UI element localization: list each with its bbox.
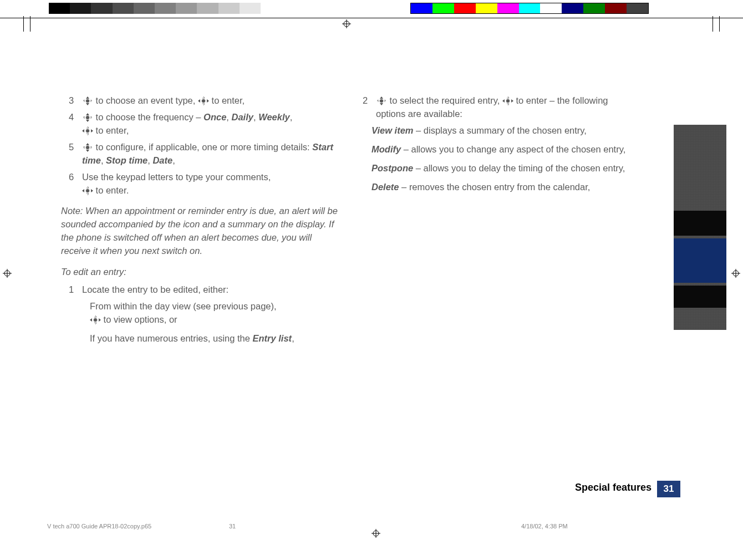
color-strip — [410, 3, 649, 14]
joystick-leftright-icon — [198, 96, 209, 105]
joystick-updown-icon — [82, 96, 93, 105]
side-image-strip — [674, 125, 726, 330]
step-text: to enter, — [209, 95, 245, 105]
section-label: Special features — [575, 482, 652, 493]
step-number: 6 — [69, 171, 77, 197]
note-text: Note: When an appointment or reminder en… — [61, 205, 338, 258]
left-column: 3 to choose an event type, to enter, 4 t… — [61, 94, 338, 351]
grayscale-strip — [49, 3, 282, 14]
right-column: 2 to select the required entry, to enter… — [355, 94, 632, 200]
joystick-leftright-icon — [82, 126, 93, 135]
registration-mark-icon — [372, 529, 380, 538]
step-text: to choose the frequency – — [93, 112, 203, 122]
step-number: 2 — [363, 94, 370, 121]
step-text: to enter, — [93, 125, 129, 135]
step-number: 1 — [69, 283, 77, 297]
step-number: 4 — [69, 111, 77, 138]
print-calibration-bars — [0, 3, 743, 19]
step-text: to enter. — [93, 185, 129, 195]
option-view-item: View item – displays a summary of the ch… — [372, 124, 632, 138]
step-6: 6 Use the keypad letters to type your co… — [69, 171, 338, 197]
step-4: 4 to choose the frequency – Once, Daily,… — [69, 111, 338, 138]
step-number: 5 — [69, 141, 77, 167]
option-postpone: Postpone – allows you to delay the timin… — [372, 162, 632, 175]
option-modify: Modify – allows you to change any aspect… — [372, 143, 632, 156]
joystick-updown-icon — [376, 96, 387, 105]
step-number: 3 — [69, 94, 77, 108]
footer-page: 31 — [229, 523, 236, 530]
joystick-leftright-icon — [82, 186, 93, 195]
edit-entry-heading: To edit an entry: — [61, 266, 338, 279]
step-text: Use the keypad letters to type your comm… — [82, 172, 271, 182]
step-3: 3 to choose an event type, to enter, — [69, 94, 338, 108]
step-5: 5 to configure, if applicable, one or mo… — [69, 141, 338, 167]
footer-datetime: 4/18/02, 4:38 PM — [521, 523, 568, 530]
step-text: Locate the entry to be edited, either: — [82, 283, 338, 297]
registration-mark-icon — [731, 269, 740, 278]
bullet-option: If you have numerous entries, using the … — [90, 332, 338, 345]
step-1: 1 Locate the entry to be edited, either: — [69, 283, 338, 297]
footer-filename: V tech a700 Guide APR18-02copy.p65 — [47, 523, 151, 530]
bullet-option: From within the day view (see previous p… — [90, 300, 338, 327]
joystick-leftright-icon — [90, 315, 101, 324]
step-text: to select the required entry, — [387, 95, 502, 105]
step-text: to configure, if applicable, one or more… — [93, 142, 312, 152]
step-2: 2 to select the required entry, to enter… — [363, 94, 632, 121]
step-text: to choose an event type, — [93, 95, 198, 105]
option-delete: Delete – removes the chosen entry from t… — [372, 181, 632, 194]
joystick-leftright-icon — [502, 96, 513, 105]
joystick-updown-icon — [82, 113, 93, 122]
joystick-updown-icon — [82, 143, 93, 152]
registration-mark-icon — [342, 19, 351, 28]
page-number-box: 31 — [657, 481, 680, 497]
registration-mark-icon — [3, 269, 12, 278]
